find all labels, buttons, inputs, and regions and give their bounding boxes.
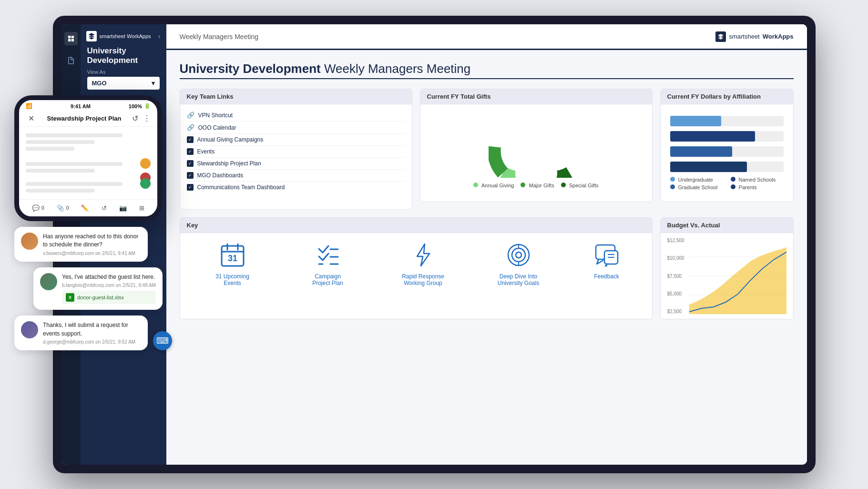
phone-edit-button[interactable]: ✏️ [81, 204, 89, 212]
bar-chart-card: Current FY Dollars by Affiliation [660, 89, 794, 202]
laptop-screen: smartsheet WorkApps ‹ University Develop… [61, 24, 807, 465]
bar-track [670, 146, 784, 157]
key-item-deep-label: Deep Dive Into University Goals [497, 273, 540, 286]
legend-special: Special Gifts [561, 183, 599, 188]
phone-status-bar: 📶 9:41 AM 100% 🔋 [19, 100, 157, 110]
target-icon [504, 241, 533, 269]
calendar-icon: 31 [218, 241, 247, 269]
chat-message-3: Thanks, I will submit a request for even… [14, 316, 148, 350]
key-link-ooo[interactable]: 🔗 OOO Calendar [187, 122, 405, 134]
chat-meta-2: b.langlois@mbfcorp.com on 2/5/21, 9:48 A… [62, 283, 156, 288]
bar-fill [670, 116, 721, 126]
bar-legend: Undergraduate Named Schools Graduate Sch… [670, 177, 784, 190]
phone-bottombar: 💬 0 📎 0 ✏️ ↺ 📷 ⊞ [19, 199, 157, 216]
key-link-annual[interactable]: ✓ Annual Giving Campaigns [187, 134, 405, 146]
key-link-events[interactable]: ✓ Events [187, 146, 405, 158]
key-section-card: Key 31 [180, 217, 653, 319]
chat-top-1: Has anyone reached out to this donor to … [21, 233, 141, 256]
sidebar-title: University Development [81, 46, 166, 69]
legend-annual: Annual Giving [473, 183, 514, 188]
donut-svg [489, 116, 584, 178]
budget-chart-area: $12,500 $10,000 $7,500 $5,000 $2,500 [661, 233, 793, 319]
chat-text-3: Thanks, I will submit a request for even… [43, 321, 141, 338]
chat-attachment-2: X donor-guest-list.xlsx [62, 291, 156, 304]
phone-topbar: ✕ Stewardship Project Plan ↺ ⋮ [19, 110, 157, 127]
stub-row [26, 133, 123, 137]
sidebar-icon-sheet[interactable] [64, 54, 78, 67]
bar-legend-item: Parents [731, 184, 784, 190]
mobile-phone: 📶 9:41 AM 100% 🔋 ✕ Stewardship Project P… [14, 95, 162, 221]
phone-signal: 📶 [26, 103, 32, 109]
bar-chart-title: Current FY Dollars by Affiliation [661, 89, 793, 104]
budget-chart-inner [689, 238, 786, 314]
key-link-stewardship[interactable]: ✓ Stewardship Project Plan [187, 158, 405, 170]
phone-chat-button[interactable]: 💬 0 [32, 204, 44, 212]
key-item-campaign[interactable]: Campaign Project Plan [306, 241, 349, 286]
topbar-logo-icon [715, 31, 726, 42]
svg-point-12 [516, 252, 521, 258]
sidebar-icon-grid[interactable] [64, 32, 78, 45]
phone-sync-button[interactable]: ↺ [102, 204, 107, 212]
key-item-feedback[interactable]: Feedback [592, 241, 621, 286]
chat-avatar-1 [21, 233, 38, 250]
sidebar-collapse-icon[interactable]: ‹ [158, 32, 161, 40]
bar-chart-wrap: Undergraduate Named Schools Graduate Sch… [667, 111, 786, 195]
mobile-overlay: 📶 9:41 AM 100% 🔋 ✕ Stewardship Project P… [14, 95, 163, 350]
key-team-links-card: Key Team Links 🔗 VPN Shortcut 🔗 OOO Cale… [180, 89, 412, 210]
phone-more-icon[interactable]: ⋮ [143, 114, 151, 123]
phone-messages-area [19, 157, 157, 199]
key-item-events[interactable]: 31 31 Upcoming Events [211, 241, 254, 286]
chat-content-3: Thanks, I will submit a request for even… [43, 321, 141, 345]
key-link-vpn[interactable]: 🔗 VPN Shortcut [187, 109, 405, 122]
key-icons-row: 31 31 Upcoming Events [180, 233, 652, 294]
phone-refresh-icon[interactable]: ↺ [132, 114, 138, 123]
key-item-rapid[interactable]: Rapid Response Working Group [402, 241, 445, 286]
donut-chart-body: Annual Giving Major Gifts Special Gifts [420, 104, 652, 200]
chat-text-1: Has anyone reached out to this donor to … [43, 233, 141, 249]
phone-status-icons: 100% 🔋 [129, 103, 151, 109]
budget-y-labels: $12,500 $10,000 $7,500 $5,000 $2,500 [667, 238, 684, 314]
phone-attach-button[interactable]: 📎 0 [57, 204, 69, 212]
chat-top-3: Thanks, I will submit a request for even… [21, 321, 141, 345]
bar-track [670, 131, 784, 142]
chat-meta-1: v.bowers@mbfcorp.com on 2/5/21, 9:41 AM [43, 251, 141, 256]
laptop-shell: smartsheet WorkApps ‹ University Develop… [53, 16, 816, 473]
heading-divider [180, 78, 794, 79]
phone-grid-button[interactable]: ⊞ [139, 204, 144, 212]
stub-row [26, 147, 74, 151]
chat-bubbles: Has anyone reached out to this donor to … [14, 227, 163, 350]
phone-close-button[interactable]: ✕ [26, 113, 36, 123]
bar-legend-item: Graduate School [670, 184, 723, 190]
bar-chart-body: Undergraduate Named Schools Graduate Sch… [661, 104, 793, 202]
topbar-title: Weekly Managers Meeting [180, 33, 258, 41]
key-link-comms[interactable]: ✓ Communications Team Dashboard [187, 182, 405, 193]
key-link-mgo[interactable]: ✓ MGO Dashboards [187, 170, 405, 182]
stub-row [26, 162, 123, 166]
stub-row [26, 189, 95, 193]
send-button[interactable]: ⌨ [153, 331, 172, 350]
donut-legend: Annual Giving Major Gifts Special Gifts [473, 183, 598, 188]
excel-icon: X [66, 293, 74, 302]
main-topbar: Weekly Managers Meeting smartsheet WorkA… [166, 24, 807, 50]
key-item-deep[interactable]: Deep Dive Into University Goals [497, 241, 540, 286]
donut-chart-card: Current FY Total Gifts [420, 89, 653, 202]
sidebar-view-dropdown[interactable]: MGO ▾ [87, 77, 160, 90]
budget-chart-title: Budget Vs. Actual [661, 218, 793, 233]
app-name: smartsheet WorkApps [100, 33, 151, 39]
chat-content-1: Has anyone reached out to this donor to … [43, 233, 141, 256]
logo-icon [86, 31, 97, 41]
link-icon: 🔗 [187, 112, 194, 119]
chat-message-2: Yes, I've attached the guest list here. … [33, 267, 163, 310]
bar-row-undergraduate [670, 116, 784, 126]
phone-camera-button[interactable]: 📷 [119, 204, 127, 212]
key-item-events-label: 31 Upcoming Events [211, 273, 254, 286]
checkbox-icon: ✓ [187, 148, 194, 155]
bar-fill [670, 146, 733, 157]
bar-legend-item: Undergraduate [670, 177, 723, 183]
donut-wrap: Annual Giving Major Gifts Special Gifts [427, 111, 645, 193]
main-body: University Development Weekly Managers M… [166, 50, 807, 465]
bar-track [670, 116, 784, 126]
phone-stub-rows [19, 127, 157, 157]
budget-chart-card: Budget Vs. Actual $12,500 $10,000 $7,500… [660, 217, 794, 319]
sidebar-logo: smartsheet WorkApps [86, 31, 151, 41]
